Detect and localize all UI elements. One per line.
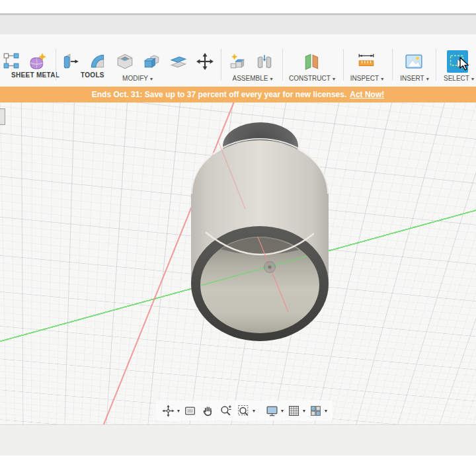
orbit-icon — [162, 405, 175, 417]
cylinder-model[interactable] — [178, 121, 344, 364]
move-copy-button[interactable] — [194, 50, 217, 73]
zoom-window-icon — [237, 405, 250, 417]
construction-plane-button[interactable] — [301, 50, 324, 73]
ribbon-divider — [56, 49, 56, 81]
inspect-label-text: INSPECT — [350, 75, 379, 82]
create-form-icon — [28, 52, 47, 71]
combine-icon — [143, 52, 161, 71]
construct-label-text: CONSTRUCT — [289, 75, 331, 82]
top-margin — [0, 0, 476, 13]
joint-button[interactable] — [254, 50, 276, 73]
navigation-toolbar: ▾ — [156, 401, 333, 420]
display-settings-icon — [266, 405, 278, 417]
zoom-window-button[interactable] — [237, 403, 251, 418]
select-group-label[interactable]: SELECT▾ — [429, 75, 476, 82]
joint-icon — [255, 52, 274, 71]
fillet-button[interactable] — [87, 50, 110, 73]
assemble-label-text: ASSEMBLE — [233, 75, 268, 82]
offset-face-icon — [169, 52, 188, 71]
display-settings-button[interactable] — [265, 403, 280, 418]
chevron-down-icon: ▾ — [150, 76, 153, 82]
fillet-icon — [89, 52, 107, 71]
measure-button[interactable] — [356, 50, 378, 73]
orbit-dropdown-caret[interactable]: ▾ — [177, 408, 180, 414]
bottom-margin — [0, 456, 476, 476]
timeline-strip — [0, 424, 476, 456]
new-component-button[interactable] — [227, 50, 250, 73]
assemble-group-label[interactable]: ASSEMBLE▾ — [223, 75, 282, 82]
measure-icon — [357, 52, 376, 71]
viewports-icon — [309, 405, 322, 417]
grid-dropdown-caret[interactable]: ▾ — [303, 408, 305, 414]
create-sketch-button[interactable] — [1, 50, 23, 73]
press-pull-icon — [61, 52, 80, 71]
chevron-down-icon: ▾ — [270, 76, 272, 82]
promo-banner: Ends Oct. 31: Save up to 37 percent off … — [0, 87, 476, 102]
modify-group-label[interactable]: MODIFY▾ — [108, 75, 167, 82]
shell-button[interactable] — [114, 50, 137, 73]
move-copy-icon — [196, 52, 214, 71]
zoom-icon — [219, 405, 232, 417]
construct-group-label[interactable]: CONSTRUCT▾ — [282, 75, 342, 82]
select-button[interactable] — [447, 50, 468, 73]
modify-label-text: MODIFY — [122, 75, 148, 82]
viewports-button[interactable] — [309, 403, 323, 418]
zoom-window-dropdown-caret[interactable]: ▾ — [253, 408, 255, 414]
select-label-text: SELECT — [444, 75, 469, 82]
promo-banner-text: Ends Oct. 31: Save up to 37 percent off … — [92, 90, 346, 99]
press-pull-button[interactable] — [60, 50, 83, 73]
shell-icon — [116, 52, 134, 71]
chevron-down-icon: ▾ — [381, 76, 383, 82]
insert-image-button[interactable] — [403, 50, 426, 73]
look-at-button[interactable] — [183, 403, 198, 418]
zoom-button[interactable] — [219, 403, 233, 418]
insert-image-icon — [405, 52, 423, 71]
ribbon-divider — [221, 49, 221, 81]
origin-marker-dot — [268, 265, 271, 268]
look-at-icon — [184, 405, 196, 417]
grid-and-snaps-button[interactable] — [287, 403, 301, 418]
combine-button[interactable] — [141, 50, 164, 73]
display-settings-dropdown-caret[interactable]: ▾ — [281, 408, 284, 414]
document-tab-bar: Untitled* — [0, 15, 476, 34]
grid-icon — [288, 405, 300, 417]
pan-hand-icon — [202, 405, 214, 417]
chevron-down-icon: ▾ — [471, 76, 474, 82]
orbit-button[interactable] — [161, 403, 176, 418]
panel-edge-notch — [0, 108, 5, 125]
create-sketch-icon — [2, 52, 20, 71]
pan-button[interactable] — [201, 403, 216, 418]
viewports-dropdown-caret[interactable]: ▾ — [325, 408, 327, 414]
insert-label-text: INSERT — [400, 75, 424, 82]
promo-act-now-link[interactable]: Act Now! — [350, 90, 384, 99]
create-form-button[interactable] — [27, 50, 50, 73]
new-component-icon — [229, 52, 247, 71]
model-viewport[interactable]: ▾ — [0, 102, 476, 424]
select-icon — [448, 53, 466, 71]
offset-face-button[interactable] — [168, 50, 190, 73]
fusion-360-window: Untitled* SHEET METAL TOOLS — [0, 0, 476, 476]
chevron-down-icon: ▾ — [333, 76, 335, 82]
construction-plane-icon — [303, 52, 321, 71]
